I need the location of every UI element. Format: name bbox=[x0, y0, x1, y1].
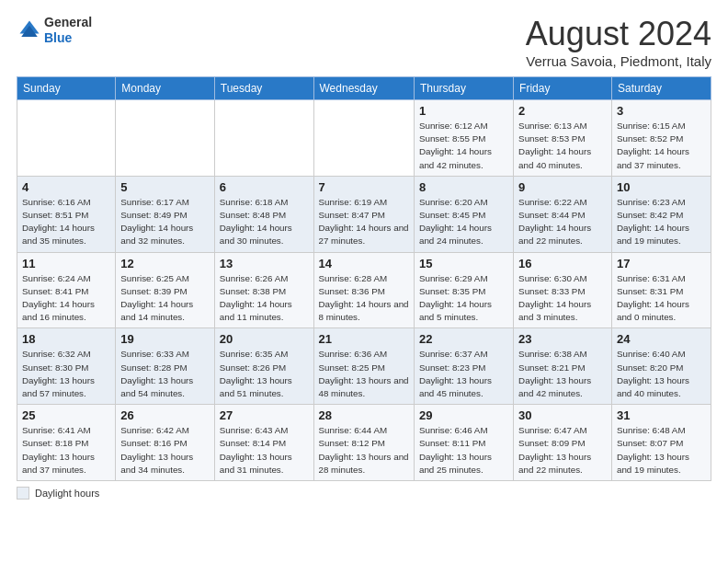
calendar-cell: 18Sunrise: 6:32 AM Sunset: 8:30 PM Dayli… bbox=[17, 328, 116, 405]
day-number: 14 bbox=[319, 257, 409, 270]
calendar-week-4: 18Sunrise: 6:32 AM Sunset: 8:30 PM Dayli… bbox=[17, 328, 711, 405]
calendar-cell: 24Sunrise: 6:40 AM Sunset: 8:20 PM Dayli… bbox=[611, 328, 711, 405]
day-info: Sunrise: 6:25 AM Sunset: 8:39 PM Dayligh… bbox=[120, 272, 209, 325]
day-info: Sunrise: 6:33 AM Sunset: 8:28 PM Dayligh… bbox=[120, 348, 209, 400]
day-number: 27 bbox=[220, 408, 309, 422]
day-info: Sunrise: 6:29 AM Sunset: 8:35 PM Dayligh… bbox=[419, 272, 508, 325]
logo-general: General bbox=[44, 15, 92, 29]
calendar-cell bbox=[214, 100, 313, 177]
logo-blue: Blue bbox=[44, 30, 72, 45]
day-number: 10 bbox=[617, 180, 706, 194]
footer: Daylight hours bbox=[17, 487, 711, 500]
calendar-cell: 23Sunrise: 6:38 AM Sunset: 8:21 PM Dayli… bbox=[514, 328, 612, 405]
calendar-cell: 14Sunrise: 6:28 AM Sunset: 8:36 PM Dayli… bbox=[313, 252, 414, 328]
day-number: 12 bbox=[120, 257, 209, 270]
col-header-sunday: Sunday bbox=[17, 77, 116, 100]
day-info: Sunrise: 6:48 AM Sunset: 8:07 PM Dayligh… bbox=[617, 424, 706, 477]
day-info: Sunrise: 6:36 AM Sunset: 8:25 PM Dayligh… bbox=[319, 348, 409, 400]
calendar-header-row: SundayMondayTuesdayWednesdayThursdayFrid… bbox=[17, 77, 711, 100]
col-header-thursday: Thursday bbox=[414, 77, 513, 100]
day-number: 20 bbox=[220, 332, 309, 346]
day-info: Sunrise: 6:46 AM Sunset: 8:11 PM Dayligh… bbox=[419, 424, 508, 477]
day-info: Sunrise: 6:30 AM Sunset: 8:33 PM Dayligh… bbox=[518, 272, 607, 325]
calendar-cell: 26Sunrise: 6:42 AM Sunset: 8:16 PM Dayli… bbox=[116, 405, 214, 481]
day-number: 19 bbox=[120, 332, 209, 346]
calendar-cell: 27Sunrise: 6:43 AM Sunset: 8:14 PM Dayli… bbox=[214, 405, 313, 481]
header: General Blue August 2024 Verrua Savoia, … bbox=[17, 15, 711, 69]
day-info: Sunrise: 6:31 AM Sunset: 8:31 PM Dayligh… bbox=[617, 272, 706, 325]
day-info: Sunrise: 6:12 AM Sunset: 8:55 PM Dayligh… bbox=[419, 120, 508, 172]
day-info: Sunrise: 6:35 AM Sunset: 8:26 PM Dayligh… bbox=[220, 348, 309, 400]
day-info: Sunrise: 6:38 AM Sunset: 8:21 PM Dayligh… bbox=[518, 348, 607, 400]
calendar-cell: 30Sunrise: 6:47 AM Sunset: 8:09 PM Dayli… bbox=[514, 405, 612, 481]
calendar-week-3: 11Sunrise: 6:24 AM Sunset: 8:41 PM Dayli… bbox=[17, 252, 711, 328]
day-info: Sunrise: 6:18 AM Sunset: 8:48 PM Dayligh… bbox=[220, 196, 309, 248]
day-number: 25 bbox=[22, 408, 110, 422]
col-header-monday: Monday bbox=[116, 77, 214, 100]
day-number: 7 bbox=[319, 180, 409, 194]
calendar-cell: 1Sunrise: 6:12 AM Sunset: 8:55 PM Daylig… bbox=[414, 100, 513, 177]
day-info: Sunrise: 6:15 AM Sunset: 8:52 PM Dayligh… bbox=[617, 120, 706, 172]
day-info: Sunrise: 6:16 AM Sunset: 8:51 PM Dayligh… bbox=[22, 196, 110, 248]
day-number: 11 bbox=[22, 257, 110, 270]
day-info: Sunrise: 6:23 AM Sunset: 8:42 PM Dayligh… bbox=[617, 196, 706, 248]
day-number: 17 bbox=[617, 257, 706, 270]
calendar-cell: 28Sunrise: 6:44 AM Sunset: 8:12 PM Dayli… bbox=[313, 405, 414, 481]
calendar-cell: 13Sunrise: 6:26 AM Sunset: 8:38 PM Dayli… bbox=[214, 252, 313, 328]
col-header-friday: Friday bbox=[514, 77, 612, 100]
day-info: Sunrise: 6:47 AM Sunset: 8:09 PM Dayligh… bbox=[518, 424, 607, 477]
calendar-cell: 11Sunrise: 6:24 AM Sunset: 8:41 PM Dayli… bbox=[17, 252, 116, 328]
calendar-cell: 8Sunrise: 6:20 AM Sunset: 8:45 PM Daylig… bbox=[414, 176, 513, 252]
day-number: 24 bbox=[617, 332, 706, 346]
day-number: 29 bbox=[419, 408, 508, 422]
day-info: Sunrise: 6:42 AM Sunset: 8:16 PM Dayligh… bbox=[120, 424, 209, 477]
day-info: Sunrise: 6:20 AM Sunset: 8:45 PM Dayligh… bbox=[419, 196, 508, 248]
day-info: Sunrise: 6:13 AM Sunset: 8:53 PM Dayligh… bbox=[518, 120, 607, 172]
calendar-table: SundayMondayTuesdayWednesdayThursdayFrid… bbox=[17, 76, 711, 481]
col-header-tuesday: Tuesday bbox=[214, 77, 313, 100]
day-number: 1 bbox=[419, 104, 508, 118]
day-info: Sunrise: 6:37 AM Sunset: 8:23 PM Dayligh… bbox=[419, 348, 508, 400]
calendar-cell bbox=[116, 100, 214, 177]
day-number: 13 bbox=[220, 257, 309, 270]
calendar-cell bbox=[17, 100, 116, 177]
day-number: 15 bbox=[419, 257, 508, 270]
day-info: Sunrise: 6:41 AM Sunset: 8:18 PM Dayligh… bbox=[22, 424, 110, 477]
day-info: Sunrise: 6:22 AM Sunset: 8:44 PM Dayligh… bbox=[518, 196, 607, 248]
calendar-cell: 4Sunrise: 6:16 AM Sunset: 8:51 PM Daylig… bbox=[17, 176, 116, 252]
calendar-cell: 16Sunrise: 6:30 AM Sunset: 8:33 PM Dayli… bbox=[514, 252, 612, 328]
day-number: 28 bbox=[319, 408, 409, 422]
logo: General Blue bbox=[17, 15, 92, 46]
calendar-cell: 2Sunrise: 6:13 AM Sunset: 8:53 PM Daylig… bbox=[514, 100, 612, 177]
calendar-week-2: 4Sunrise: 6:16 AM Sunset: 8:51 PM Daylig… bbox=[17, 176, 711, 252]
logo-icon bbox=[17, 17, 42, 43]
calendar-cell: 10Sunrise: 6:23 AM Sunset: 8:42 PM Dayli… bbox=[611, 176, 711, 252]
calendar-cell: 31Sunrise: 6:48 AM Sunset: 8:07 PM Dayli… bbox=[611, 405, 711, 481]
day-info: Sunrise: 6:28 AM Sunset: 8:36 PM Dayligh… bbox=[319, 272, 409, 325]
calendar-cell: 6Sunrise: 6:18 AM Sunset: 8:48 PM Daylig… bbox=[214, 176, 313, 252]
day-number: 16 bbox=[518, 257, 607, 270]
location-title: Verrua Savoia, Piedmont, Italy bbox=[526, 53, 711, 69]
day-number: 26 bbox=[120, 408, 209, 422]
day-number: 31 bbox=[617, 408, 706, 422]
col-header-saturday: Saturday bbox=[611, 77, 711, 100]
day-number: 4 bbox=[22, 180, 110, 194]
calendar-cell: 22Sunrise: 6:37 AM Sunset: 8:23 PM Dayli… bbox=[414, 328, 513, 405]
calendar-week-1: 1Sunrise: 6:12 AM Sunset: 8:55 PM Daylig… bbox=[17, 100, 711, 177]
page: General Blue August 2024 Verrua Savoia, … bbox=[0, 0, 728, 563]
day-number: 18 bbox=[22, 332, 110, 346]
calendar-cell: 15Sunrise: 6:29 AM Sunset: 8:35 PM Dayli… bbox=[414, 252, 513, 328]
calendar-cell: 21Sunrise: 6:36 AM Sunset: 8:25 PM Dayli… bbox=[313, 328, 414, 405]
day-info: Sunrise: 6:17 AM Sunset: 8:49 PM Dayligh… bbox=[120, 196, 209, 248]
calendar-week-5: 25Sunrise: 6:41 AM Sunset: 8:18 PM Dayli… bbox=[17, 405, 711, 481]
calendar-cell: 29Sunrise: 6:46 AM Sunset: 8:11 PM Dayli… bbox=[414, 405, 513, 481]
calendar-cell: 9Sunrise: 6:22 AM Sunset: 8:44 PM Daylig… bbox=[514, 176, 612, 252]
day-info: Sunrise: 6:32 AM Sunset: 8:30 PM Dayligh… bbox=[22, 348, 110, 400]
day-info: Sunrise: 6:26 AM Sunset: 8:38 PM Dayligh… bbox=[220, 272, 309, 325]
calendar-cell: 25Sunrise: 6:41 AM Sunset: 8:18 PM Dayli… bbox=[17, 405, 116, 481]
day-number: 5 bbox=[120, 180, 209, 194]
day-number: 2 bbox=[518, 104, 607, 118]
day-number: 3 bbox=[617, 104, 706, 118]
day-info: Sunrise: 6:40 AM Sunset: 8:20 PM Dayligh… bbox=[617, 348, 706, 400]
day-info: Sunrise: 6:24 AM Sunset: 8:41 PM Dayligh… bbox=[22, 272, 110, 325]
